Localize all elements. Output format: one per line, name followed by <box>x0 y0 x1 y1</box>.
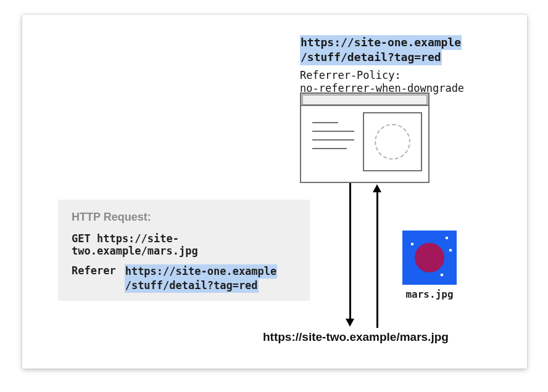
referrer-policy-label: Referrer-Policy: <box>300 69 464 82</box>
origin-url-line2: /stuff/detail?tag=red <box>300 50 442 65</box>
browser-titlebar <box>300 92 430 106</box>
http-referer-value-line2: /stuff/detail?tag=red <box>125 279 259 293</box>
request-arrow-line <box>349 183 351 320</box>
response-arrow-head-icon <box>373 184 381 192</box>
diagram-card: https://site-one.example /stuff/detail?t… <box>0 0 548 392</box>
request-arrow-head-icon <box>346 319 354 327</box>
http-referer-value: https://site-one.example /stuff/detail?t… <box>125 264 278 293</box>
mars-filename-label: mars.jpg <box>402 288 457 300</box>
response-arrow-line <box>376 191 378 328</box>
browser-viewport <box>300 106 430 183</box>
origin-url-line1: https://site-one.example <box>300 35 462 50</box>
diagram-panel: https://site-one.example /stuff/detail?t… <box>22 15 527 369</box>
origin-url: https://site-one.example /stuff/detail?t… <box>300 35 462 65</box>
http-referer-line: Referer https://site-one.example /stuff/… <box>72 264 296 293</box>
browser-window-icon <box>300 92 430 183</box>
mars-image-icon <box>402 231 457 285</box>
page-text-lines-icon <box>312 122 357 157</box>
destination-url: https://site-two.example/mars.jpg <box>263 330 449 344</box>
http-request-title: HTTP Request: <box>72 211 296 224</box>
http-request-box: HTTP Request: GET https://site-two.examp… <box>58 200 310 301</box>
image-placeholder-icon <box>363 112 422 171</box>
http-referer-value-line1: https://site-one.example <box>125 264 278 279</box>
referrer-policy: Referrer-Policy: no-referrer-when-downgr… <box>300 69 464 96</box>
http-referer-label: Referer <box>72 264 116 277</box>
http-get-line: GET https://site-two.example/mars.jpg <box>72 232 296 257</box>
